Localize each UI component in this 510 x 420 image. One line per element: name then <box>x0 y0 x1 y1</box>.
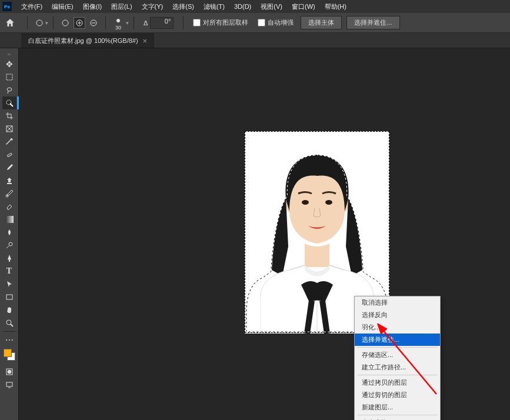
angle-input[interactable]: 0° <box>150 17 174 29</box>
close-tab-icon[interactable]: × <box>143 36 148 45</box>
screen-mode-icon[interactable] <box>2 378 16 391</box>
divider <box>27 16 28 29</box>
context-menu-item[interactable]: 选择并遮住... <box>355 334 440 346</box>
quick-select-new-icon[interactable] <box>34 17 45 29</box>
document-tabbar: 白底证件照素材.jpg @ 100%(RGB/8#) × <box>0 33 510 48</box>
divider <box>183 16 184 29</box>
photoshop-icon: Ps <box>2 2 12 11</box>
blur-tool-icon[interactable] <box>2 226 16 239</box>
svg-point-25 <box>325 200 332 205</box>
menubar: Ps 文件(F) 编辑(E) 图像(I) 图层(L) 文字(Y) 选择(S) 滤… <box>0 0 510 13</box>
menu-separator <box>357 375 438 375</box>
menu-filter[interactable]: 滤镜(T) <box>199 2 229 11</box>
svg-point-24 <box>302 200 309 205</box>
context-menu-item[interactable]: 新建图层... <box>355 401 440 414</box>
svg-rect-14 <box>5 216 14 223</box>
pen-tool-icon[interactable] <box>2 252 16 265</box>
lasso-tool-icon[interactable] <box>2 84 16 96</box>
eyedropper-tool-icon[interactable] <box>2 135 16 148</box>
history-brush-tool-icon[interactable] <box>2 187 16 200</box>
selection-new-icon[interactable] <box>59 17 71 29</box>
rectangle-tool-icon[interactable] <box>2 291 16 304</box>
hand-tool-icon[interactable] <box>2 304 16 316</box>
menu-window[interactable]: 窗口(W) <box>287 2 320 11</box>
toolbar-expand-icon[interactable]: ›› <box>0 51 18 58</box>
quick-selection-tool-icon[interactable] <box>2 96 16 109</box>
angle-control[interactable]: Δ 0° <box>144 17 174 29</box>
type-tool-icon[interactable]: T <box>2 265 16 278</box>
menu-view[interactable]: 视图(V) <box>256 2 287 11</box>
color-swatch[interactable] <box>4 349 15 361</box>
svg-rect-17 <box>6 295 12 299</box>
brush-size-preview[interactable]: ● 30 <box>115 15 121 31</box>
menu-type[interactable]: 文字(Y) <box>137 2 168 11</box>
svg-line-19 <box>11 324 13 326</box>
options-bar: ▾ ● 30 ▾ Δ 0° 对所有图层取样 自动增强 选择主体 选择并遮住... <box>0 13 510 33</box>
context-menu-item[interactable]: 自由变换 <box>355 416 440 420</box>
home-icon[interactable] <box>5 18 15 28</box>
canvas-area[interactable]: 取消选择选择反向羽化...选择并遮住...存储选区...建立工作路径...通过拷… <box>19 48 510 420</box>
context-menu-item[interactable]: 建立工作路径... <box>355 361 440 374</box>
frame-tool-icon[interactable] <box>2 122 16 135</box>
divider <box>105 16 106 29</box>
workspace: ›› ✥ T ⋯ <box>0 48 510 420</box>
svg-point-0 <box>36 20 42 26</box>
healing-brush-tool-icon[interactable] <box>2 148 16 161</box>
move-tool-icon[interactable]: ✥ <box>2 58 16 71</box>
svg-rect-22 <box>6 382 12 386</box>
document-tab[interactable]: 白底证件照素材.jpg @ 100%(RGB/8#) × <box>21 34 154 48</box>
auto-enhance-checkbox[interactable]: 自动增强 <box>258 18 294 27</box>
svg-point-21 <box>8 370 11 374</box>
svg-point-18 <box>6 320 11 325</box>
foreground-color[interactable] <box>4 349 12 357</box>
select-and-mask-button[interactable]: 选择并遮住... <box>346 16 399 29</box>
context-menu-item[interactable]: 通过拷贝的图层 <box>355 376 440 389</box>
marquee-tool-icon[interactable] <box>2 71 16 84</box>
dodge-tool-icon[interactable] <box>2 239 16 252</box>
svg-point-1 <box>62 20 68 26</box>
svg-rect-12 <box>7 153 12 157</box>
selection-subtract-icon[interactable] <box>88 17 99 29</box>
sample-all-layers-checkbox[interactable]: 对所有图层取样 <box>193 18 248 27</box>
svg-line-16 <box>6 246 9 248</box>
context-menu-item[interactable]: 取消选择 <box>355 296 440 309</box>
context-menu-item[interactable]: 存储选区... <box>355 349 440 361</box>
context-menu-item[interactable]: 选择反向 <box>355 309 440 321</box>
menu-separator <box>357 347 438 348</box>
toolbar-divider <box>4 331 15 332</box>
selection-add-icon[interactable] <box>74 17 85 29</box>
brush-tool-icon[interactable] <box>2 161 16 174</box>
menu-help[interactable]: 帮助(H) <box>320 2 351 11</box>
svg-point-15 <box>9 242 12 246</box>
divider <box>53 16 54 29</box>
menu-3d[interactable]: 3D(D) <box>229 3 256 10</box>
menu-edit[interactable]: 编辑(E) <box>47 2 78 11</box>
context-menu: 取消选择选择反向羽化...选择并遮住...存储选区...建立工作路径...通过拷… <box>354 296 441 420</box>
context-menu-item[interactable]: 通过剪切的图层 <box>355 389 440 401</box>
path-selection-tool-icon[interactable] <box>2 278 16 291</box>
menu-image[interactable]: 图像(I) <box>78 2 106 11</box>
context-menu-item[interactable]: 羽化... <box>355 321 440 334</box>
crop-tool-icon[interactable] <box>2 109 16 122</box>
quick-mask-icon[interactable] <box>2 365 16 378</box>
menu-file[interactable]: 文件(F) <box>16 2 47 11</box>
tools-panel: ›› ✥ T ⋯ <box>0 48 19 420</box>
edit-toolbar-icon[interactable]: ⋯ <box>2 334 16 346</box>
zoom-tool-icon[interactable] <box>2 316 16 329</box>
gradient-tool-icon[interactable] <box>2 213 16 226</box>
menu-layer[interactable]: 图层(L) <box>106 2 136 11</box>
clone-stamp-tool-icon[interactable] <box>2 174 16 187</box>
menu-select[interactable]: 选择(S) <box>168 2 199 11</box>
svg-rect-7 <box>6 74 12 80</box>
divider <box>134 16 134 29</box>
document-tab-title: 白底证件照素材.jpg @ 100%(RGB/8#) <box>28 36 138 45</box>
eraser-tool-icon[interactable] <box>2 200 16 213</box>
select-subject-button[interactable]: 选择主体 <box>301 16 342 29</box>
menu-separator <box>357 415 438 415</box>
